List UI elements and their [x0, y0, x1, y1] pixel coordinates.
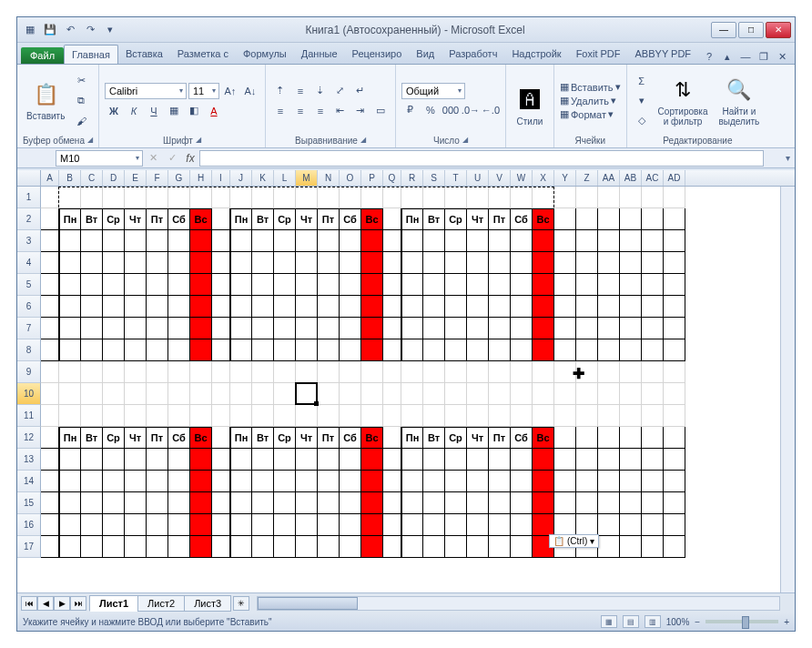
- cell[interactable]: Вт: [423, 208, 445, 230]
- cell[interactable]: [554, 514, 576, 536]
- column-header[interactable]: H: [190, 170, 212, 186]
- cell[interactable]: Вт: [252, 208, 274, 230]
- column-header[interactable]: G: [168, 170, 190, 186]
- align-bottom-icon[interactable]: ⇣: [311, 82, 330, 100]
- cell[interactable]: [230, 405, 252, 427]
- cell[interactable]: [620, 274, 642, 296]
- help-icon[interactable]: ?: [702, 49, 716, 64]
- cell[interactable]: [511, 536, 533, 558]
- cell[interactable]: [212, 471, 230, 492]
- cell[interactable]: [41, 318, 59, 339]
- cell[interactable]: [445, 449, 467, 471]
- align-left-icon[interactable]: ≡: [271, 102, 289, 120]
- cell[interactable]: [190, 514, 212, 536]
- cell[interactable]: [642, 208, 664, 230]
- cell[interactable]: [318, 252, 340, 274]
- cell[interactable]: [274, 405, 296, 427]
- column-header[interactable]: A: [41, 170, 59, 186]
- cell[interactable]: [59, 274, 81, 296]
- cell[interactable]: [361, 230, 383, 252]
- cell[interactable]: [168, 449, 190, 471]
- cell[interactable]: [252, 449, 274, 471]
- cell[interactable]: [296, 230, 318, 252]
- cell[interactable]: [168, 230, 190, 252]
- cell[interactable]: [383, 187, 401, 208]
- cell[interactable]: [467, 230, 489, 252]
- cell[interactable]: Пн: [401, 208, 423, 230]
- cell[interactable]: [445, 339, 467, 361]
- cell[interactable]: Ср: [103, 208, 125, 230]
- cell[interactable]: [212, 405, 230, 427]
- row-header[interactable]: 16: [17, 514, 41, 536]
- cell[interactable]: [147, 449, 168, 471]
- cell[interactable]: [190, 318, 212, 339]
- cell[interactable]: [511, 361, 533, 383]
- increase-decimal-icon[interactable]: .0→: [462, 101, 480, 119]
- cell[interactable]: [383, 274, 401, 296]
- cell[interactable]: [383, 492, 401, 514]
- cell[interactable]: [467, 187, 489, 208]
- cell[interactable]: [401, 230, 423, 252]
- cell[interactable]: [598, 339, 620, 361]
- cell[interactable]: [664, 405, 685, 427]
- cell[interactable]: Пн: [59, 208, 81, 230]
- cell[interactable]: [445, 252, 467, 274]
- cell[interactable]: [274, 536, 296, 558]
- cell[interactable]: Вт: [423, 427, 445, 449]
- shrink-font-icon[interactable]: A↓: [241, 82, 259, 100]
- cell[interactable]: [423, 318, 445, 339]
- italic-icon[interactable]: К: [125, 102, 143, 120]
- cell[interactable]: [489, 536, 511, 558]
- cell[interactable]: [445, 274, 467, 296]
- increase-indent-icon[interactable]: ⇥: [351, 102, 370, 120]
- cell[interactable]: [212, 187, 230, 208]
- cell[interactable]: [340, 514, 361, 536]
- cell[interactable]: [296, 296, 318, 318]
- decrease-decimal-icon[interactable]: ←.0: [482, 101, 500, 119]
- cell[interactable]: [252, 471, 274, 492]
- cell[interactable]: [598, 449, 620, 471]
- cell[interactable]: [81, 383, 103, 405]
- cell[interactable]: Чт: [125, 427, 147, 449]
- cell[interactable]: [318, 274, 340, 296]
- ribbon-tab-3[interactable]: Формулы: [236, 45, 294, 64]
- cell[interactable]: [340, 252, 361, 274]
- cell[interactable]: [533, 187, 554, 208]
- cell[interactable]: [361, 449, 383, 471]
- cell[interactable]: [190, 230, 212, 252]
- cell[interactable]: [383, 296, 401, 318]
- cell[interactable]: [212, 514, 230, 536]
- cell[interactable]: [274, 187, 296, 208]
- ribbon-tab-2[interactable]: Разметка с: [170, 45, 236, 64]
- ribbon-tab-7[interactable]: Разработч: [442, 45, 504, 64]
- cell[interactable]: [511, 514, 533, 536]
- cell[interactable]: [41, 361, 59, 383]
- cell[interactable]: [168, 492, 190, 514]
- cell[interactable]: [423, 296, 445, 318]
- cell[interactable]: [230, 230, 252, 252]
- cell[interactable]: [340, 361, 361, 383]
- cell[interactable]: [620, 514, 642, 536]
- cell[interactable]: [554, 187, 576, 208]
- undo-icon[interactable]: ↶: [61, 21, 79, 39]
- row-header[interactable]: 7: [17, 318, 41, 339]
- cell[interactable]: [554, 252, 576, 274]
- cell[interactable]: [41, 252, 59, 274]
- column-header[interactable]: AD: [664, 170, 685, 186]
- fill-icon[interactable]: ▾: [633, 92, 651, 110]
- cell[interactable]: [598, 427, 620, 449]
- cell[interactable]: [423, 492, 445, 514]
- cell[interactable]: [318, 383, 340, 405]
- enter-icon[interactable]: ✓: [164, 149, 181, 167]
- cell[interactable]: [489, 405, 511, 427]
- cell[interactable]: [274, 383, 296, 405]
- cell[interactable]: [59, 514, 81, 536]
- cell[interactable]: [230, 339, 252, 361]
- cell[interactable]: [103, 318, 125, 339]
- cell[interactable]: [340, 383, 361, 405]
- cell[interactable]: [511, 318, 533, 339]
- cell[interactable]: [41, 274, 59, 296]
- cell[interactable]: [147, 383, 168, 405]
- sheet-tab[interactable]: Лист2: [137, 595, 185, 612]
- cell[interactable]: [41, 296, 59, 318]
